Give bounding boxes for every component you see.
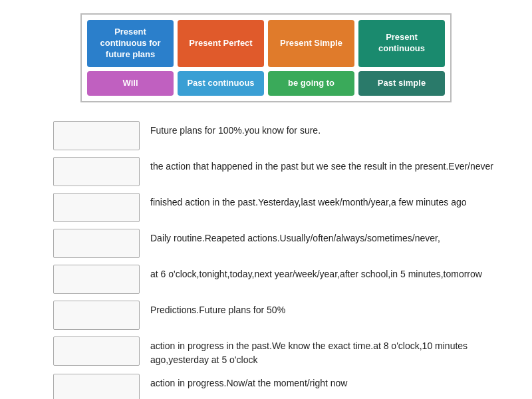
btn-will[interactable]: Will bbox=[87, 71, 174, 96]
tense-grid-wrapper: Present continuous for future plans Pres… bbox=[13, 13, 519, 102]
clue-text-1: Future plans for 100%.you know for sure. bbox=[150, 121, 321, 138]
answer-box-1[interactable] bbox=[53, 121, 140, 150]
btn-past-simple[interactable]: Past simple bbox=[358, 71, 445, 96]
answer-box-7[interactable] bbox=[53, 336, 140, 366]
answer-box-5[interactable] bbox=[53, 265, 140, 294]
clue-text-4: Daily routine.Reapeted actions.Usually/o… bbox=[150, 229, 440, 245]
match-row: at 6 o'clock,tonight,today,next year/wee… bbox=[53, 265, 519, 294]
match-row: Daily routine.Reapeted actions.Usually/o… bbox=[53, 229, 519, 258]
answer-box-4[interactable] bbox=[53, 229, 140, 258]
match-row: Future plans for 100%.you know for sure. bbox=[53, 121, 519, 150]
answer-box-3[interactable] bbox=[53, 193, 140, 222]
btn-present-simple[interactable]: Present Simple bbox=[268, 20, 354, 67]
match-list: Future plans for 100%.you know for sure.… bbox=[13, 121, 519, 399]
clue-text-2: the action that happened in the past but… bbox=[150, 157, 493, 174]
btn-past-continuous[interactable]: Past continuous bbox=[178, 71, 264, 96]
answer-box-2[interactable] bbox=[53, 157, 140, 186]
match-row: finished action in the past.Yesterday,la… bbox=[53, 193, 519, 222]
match-row: action in progress.Now/at the moment/rig… bbox=[53, 374, 519, 399]
btn-present-perfect[interactable]: Present Perfect bbox=[178, 20, 264, 67]
clue-text-8: action in progress.Now/at the moment/rig… bbox=[150, 374, 347, 390]
clue-text-5: at 6 o'clock,tonight,today,next year/wee… bbox=[150, 265, 482, 281]
match-row: the action that happened in the past but… bbox=[53, 157, 519, 186]
clue-text-6: Predictions.Future plans for 50% bbox=[150, 301, 285, 317]
match-row: action in progress in the past.We know t… bbox=[53, 336, 519, 367]
match-row: Predictions.Future plans for 50% bbox=[53, 301, 519, 330]
btn-present-continuous-future[interactable]: Present continuous for future plans bbox=[87, 20, 174, 67]
btn-be-going-to[interactable]: be going to bbox=[268, 71, 354, 96]
tense-grid: Present continuous for future plans Pres… bbox=[80, 13, 452, 102]
btn-present-continuous[interactable]: Present continuous bbox=[358, 20, 445, 67]
answer-box-6[interactable] bbox=[53, 301, 140, 330]
clue-text-7: action in progress in the past.We know t… bbox=[150, 336, 519, 367]
answer-box-8[interactable] bbox=[53, 374, 140, 399]
clue-text-3: finished action in the past.Yesterday,la… bbox=[150, 193, 467, 209]
